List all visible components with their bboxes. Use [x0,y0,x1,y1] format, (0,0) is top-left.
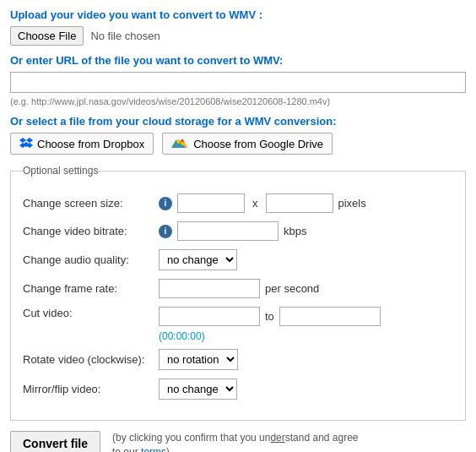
cut-video-label: Cut video: [23,307,154,319]
pixels-label: pixels [338,197,366,210]
frame-rate-row: Change frame rate: per second [23,279,453,298]
x-separator: x [252,197,258,210]
bitrate-label: Change video bitrate: [23,225,154,237]
optional-legend: Optional settings [23,165,98,177]
cut-time-hint: (00:00:00) [159,330,205,342]
cut-video-row: Cut video: to [23,307,453,326]
per-second-label: per second [265,282,319,295]
bitrate-info-icon[interactable]: i [159,225,172,238]
screen-width-input[interactable] [177,193,245,213]
cut-end-input[interactable] [279,307,381,326]
dropbox-icon [19,137,33,150]
gdrive-icon-simple [176,137,189,150]
bitrate-row: Change video bitrate: i kbps [23,221,453,241]
cut-video-inner: to [159,307,381,326]
gdrive-button[interactable]: Choose from Google Drive [162,133,333,155]
mirror-select[interactable]: no change horizontal vertical [159,378,237,400]
url-input[interactable] [10,72,466,93]
audio-quality-select[interactable]: no change low medium high [159,249,237,270]
cloud-title: Or select a file from your cloud storage… [10,115,466,128]
audio-quality-label: Change audio quality: [23,253,154,266]
url-title: Or enter URL of the file you want to con… [10,54,466,67]
upload-row: Choose File No file chosen [10,26,466,46]
kbps-label: kbps [284,225,306,237]
upload-title: Upload your video you want to convert to… [10,8,466,21]
rotate-row: Rotate video (clockwise): no rotation 90… [23,349,453,370]
mirror-label: Mirror/flip video: [23,383,154,395]
svg-marker-14 [181,139,185,142]
screen-height-input[interactable] [266,193,333,213]
convert-file-button[interactable]: Convert file [10,431,100,452]
terms-link-text: terms [141,446,166,452]
screen-size-label: Change screen size: [23,197,154,210]
cut-to-label: to [265,310,274,323]
terms-link[interactable]: terms [141,446,166,452]
rotate-select[interactable]: no rotation 90° 180° 270° [159,349,238,370]
optional-settings-panel: Optional settings Change screen size: i … [10,165,466,421]
svg-marker-1 [26,138,33,143]
rotate-label: Rotate video (clockwise): [23,353,154,366]
frame-rate-input[interactable] [159,279,260,298]
cut-start-input[interactable] [159,307,260,326]
audio-quality-row: Change audio quality: no change low medi… [23,249,453,270]
choose-file-button[interactable]: Choose File [10,26,84,46]
screen-size-row: Change screen size: i x pixels [23,193,453,213]
terms-text: (by clicking you confirm that you unders… [112,431,359,452]
dropbox-button[interactable]: Choose from Dropbox [10,133,154,155]
frame-rate-label: Change frame rate: [23,282,154,295]
convert-row: Convert file (by clicking you confirm th… [10,431,466,452]
cloud-row: Choose from Dropbox Choose from Google D… [10,133,466,155]
dropbox-label: Choose from Dropbox [37,138,144,150]
screen-size-info-icon[interactable]: i [159,197,172,210]
mirror-row: Mirror/flip video: no change horizontal … [23,378,453,400]
no-file-label: No file chosen [90,30,160,42]
bitrate-input[interactable] [177,221,279,241]
svg-marker-0 [19,138,26,143]
url-example: (e.g. http://www.jpl.nasa.gov/videos/wis… [10,96,466,106]
gdrive-label: Choose from Google Drive [193,138,323,150]
